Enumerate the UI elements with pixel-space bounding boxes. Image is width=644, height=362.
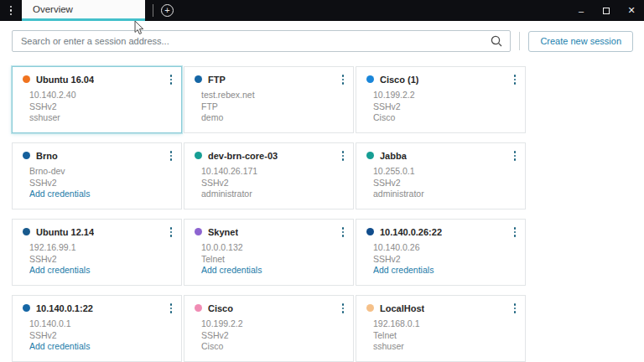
session-menu-button[interactable]: [167, 303, 176, 314]
session-color-dot: [366, 152, 374, 159]
session-card[interactable]: Jabba 10.255.0.1 SSHv2 administrator: [356, 142, 526, 209]
session-card-header: LocalHost: [366, 303, 519, 314]
session-color-dot: [195, 75, 202, 83]
session-protocol: SSHv2: [373, 254, 518, 266]
session-menu-button[interactable]: [339, 226, 348, 238]
session-color-dot: [23, 228, 30, 235]
session-menu-button[interactable]: [167, 74, 176, 85]
session-color-dot: [23, 75, 30, 83]
session-menu-button[interactable]: [339, 303, 348, 314]
session-card-details: 10.255.0.1 SSHv2 administrator: [373, 166, 518, 200]
session-menu-button[interactable]: [339, 150, 348, 162]
session-name: 10.140.0.26:22: [380, 227, 442, 237]
session-card-header: Cisco: [195, 303, 347, 314]
session-menu-button[interactable]: [511, 226, 520, 238]
session-host: 192.16.99.1: [29, 242, 174, 254]
kebab-menu-icon: [10, 6, 13, 16]
session-card[interactable]: LocalHost 192.168.0.1 Telnet sshuser: [356, 295, 526, 362]
session-card-details: Brno-dev SSHv2 Add credentials: [29, 166, 174, 200]
create-new-session-button[interactable]: Create new session: [528, 31, 633, 52]
tab-overview[interactable]: Overview: [22, 0, 145, 21]
session-menu-button[interactable]: [511, 303, 520, 314]
session-card[interactable]: FTP test.rebex.net FTP demo: [184, 66, 354, 133]
session-protocol: SSHv2: [373, 178, 518, 189]
session-host: test.rebex.net: [201, 90, 346, 101]
toolbar-divider: [519, 32, 520, 50]
session-card-details: 10.199.2.2 SSHv2 Cisco: [373, 90, 518, 124]
add-credentials-link[interactable]: Add credentials: [201, 265, 346, 277]
session-menu-button[interactable]: [339, 74, 348, 85]
session-name: Brno: [36, 151, 58, 161]
add-credentials-link[interactable]: Add credentials: [373, 265, 518, 277]
session-protocol: SSHv2: [29, 330, 174, 342]
session-color-dot: [195, 228, 202, 235]
session-card-details: 10.199.2.2 SSHv2 Cisco: [201, 318, 346, 353]
new-tab-button[interactable]: +: [161, 4, 174, 17]
session-protocol: SSHv2: [201, 178, 346, 189]
session-protocol: SSHv2: [201, 330, 346, 342]
session-card[interactable]: Ubuntu 16.04 10.140.2.40 SSHv2 sshuser: [12, 66, 182, 133]
session-grid: Ubuntu 16.04 10.140.2.40 SSHv2 sshuser F…: [12, 66, 644, 362]
session-host: 10.140.2.40: [29, 90, 174, 101]
session-card[interactable]: 10.140.0.1:22 10.140.0.1 SSHv2 Add crede…: [12, 295, 182, 362]
maximize-button[interactable]: [594, 0, 619, 21]
session-card-details: 192.168.0.1 Telnet sshuser: [373, 318, 518, 353]
plus-icon: +: [164, 6, 169, 15]
session-color-dot: [23, 152, 30, 159]
session-card[interactable]: dev-brn-core-03 10.140.26.171 SSHv2 admi…: [184, 142, 354, 209]
session-card-details: 10.140.0.26 SSHv2 Add credentials: [373, 242, 518, 277]
search-box: [12, 30, 511, 52]
toolbar: Create new session: [12, 30, 633, 52]
add-credentials-link[interactable]: Add credentials: [29, 341, 174, 353]
session-username: administrator: [373, 189, 518, 200]
session-protocol: SSHv2: [29, 178, 174, 189]
session-menu-button[interactable]: [511, 150, 520, 162]
session-host: Brno-dev: [29, 166, 174, 178]
session-host: 10.199.2.2: [201, 318, 346, 330]
session-username: Cisco: [373, 112, 518, 124]
session-name: dev-brn-core-03: [208, 151, 278, 161]
app-menu-button[interactable]: [0, 0, 22, 21]
session-card[interactable]: Cisco (1) 10.199.2.2 SSHv2 Cisco: [356, 66, 526, 133]
add-credentials-link[interactable]: Add credentials: [29, 265, 174, 277]
session-card[interactable]: Skynet 10.0.0.132 Telnet Add credentials: [184, 219, 354, 286]
tab-separator: [153, 4, 153, 17]
session-username: administrator: [201, 189, 346, 200]
session-card[interactable]: Brno Brno-dev SSHv2 Add credentials: [12, 142, 182, 209]
session-name: Skynet: [208, 227, 238, 237]
session-card-details: 192.16.99.1 SSHv2 Add credentials: [29, 242, 174, 277]
close-icon: ✕: [627, 5, 635, 16]
session-card-details: 10.140.0.1 SSHv2 Add credentials: [29, 318, 174, 353]
session-protocol: FTP: [201, 101, 346, 113]
session-name: Jabba: [380, 151, 407, 161]
session-color-dot: [366, 304, 374, 312]
session-name: Ubuntu 16.04: [36, 75, 94, 85]
session-card[interactable]: Cisco 10.199.2.2 SSHv2 Cisco: [184, 295, 354, 362]
close-button[interactable]: ✕: [619, 0, 644, 21]
session-card[interactable]: Ubuntu 12.14 192.16.99.1 SSHv2 Add crede…: [12, 219, 182, 286]
session-menu-button[interactable]: [511, 74, 520, 85]
session-protocol: SSHv2: [29, 254, 174, 266]
session-name: Cisco (1): [380, 75, 418, 85]
add-credentials-link[interactable]: Add credentials: [29, 189, 174, 200]
session-host: 192.168.0.1: [373, 318, 518, 330]
session-menu-button[interactable]: [167, 226, 176, 238]
session-name: FTP: [208, 75, 226, 85]
session-host: 10.140.0.1: [29, 318, 174, 330]
session-menu-button[interactable]: [167, 150, 176, 162]
session-name: Cisco: [208, 303, 233, 313]
session-protocol: Telnet: [373, 330, 518, 342]
session-card-header: dev-brn-core-03: [195, 150, 347, 162]
session-color-dot: [195, 152, 202, 159]
session-username: sshuser: [373, 341, 518, 353]
session-protocol: SSHv2: [373, 101, 518, 113]
session-card[interactable]: 10.140.0.26:22 10.140.0.26 SSHv2 Add cre…: [356, 219, 526, 286]
minimize-button[interactable]: –: [569, 0, 594, 21]
maximize-icon: [603, 8, 610, 14]
session-name: 10.140.0.1:22: [36, 303, 93, 313]
search-icon: [490, 34, 503, 48]
search-input[interactable]: [12, 30, 511, 52]
session-color-dot: [366, 228, 374, 235]
session-card-details: 10.0.0.132 Telnet Add credentials: [201, 242, 346, 277]
session-protocol: Telnet: [201, 254, 346, 266]
